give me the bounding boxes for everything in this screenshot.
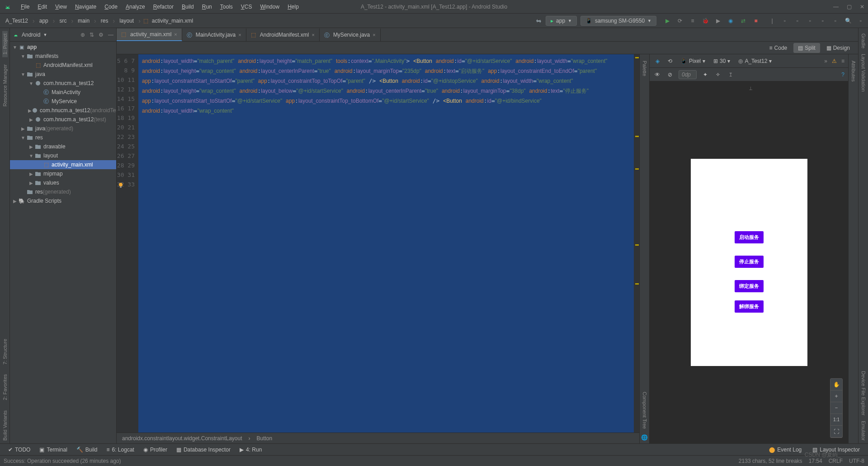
help-icon[interactable]: ? [841,71,844,78]
menu-view[interactable]: View [52,2,71,12]
editor-tab[interactable]: ⓒMainActivity.java× [182,29,246,41]
gutter[interactable]: 5 6 7 8 9 10 11 12 13 14 15 16 17 18 19 … [117,54,138,433]
close-tab-icon[interactable]: × [174,32,177,37]
tree-row[interactable]: ▶values [10,178,116,187]
close-button[interactable]: ✕ [860,4,864,10]
pan-icon[interactable]: ✋ [830,379,842,390]
breadcrumb-item[interactable]: app [38,17,50,25]
breadcrumb-item[interactable]: activity_main.xml [150,17,195,25]
default-margin-input[interactable]: 0dp [679,70,697,79]
menu-help[interactable]: Help [284,2,302,12]
gradle-scripts[interactable]: ▶🐘Gradle Scripts [10,196,116,205]
editor-tab[interactable]: ⬚activity_main.xml× [117,29,182,41]
menu-code[interactable]: Code [101,2,121,12]
tree-row[interactable]: ⬚activity_main.xml [10,160,116,169]
search-icon[interactable]: 🔍 [844,17,852,24]
palette-tab[interactable]: Palette [642,58,647,79]
clear-icon[interactable]: ✧ [714,71,722,79]
run-button[interactable]: ▶ [664,17,671,24]
breadcrumb-item[interactable]: src [57,17,68,25]
menu-navigate[interactable]: Navigate [71,2,100,12]
emulator-tab[interactable]: Emulator [861,418,866,443]
device-selector[interactable]: 📱samsung SM-G9550▼ [580,16,656,26]
code-view-button[interactable]: ≡ Code [765,43,792,53]
layout-inspector-icon[interactable]: ▫ [819,17,826,24]
eye-icon[interactable]: 👁 [653,71,661,79]
design-canvas[interactable]: ⟂ 启动服务 停止服务 绑定服务 解绑服务 ✋ ＋ － 1:1 ⛶ [650,81,848,443]
preview-button-bind[interactable]: 绑定服务 [735,280,764,292]
zoom-in-button[interactable]: ＋ [830,390,842,402]
menu-file[interactable]: File [17,2,33,12]
breadcrumb-item[interactable]: layout [118,17,136,25]
menu-build[interactable]: Build [178,2,198,12]
status-encoding[interactable]: UTF-8 [849,458,864,464]
attach-debugger-icon[interactable]: ⇄ [740,17,747,24]
target-icon[interactable]: ⊕ [80,32,85,38]
app-inspection-icon[interactable]: ▫ [832,17,839,24]
device-dropdown[interactable]: 📱 Pixel ▾ [679,57,707,65]
expand-icon[interactable]: » [824,58,827,64]
warning-icon[interactable]: ⚠ [832,58,837,64]
editor-tab[interactable]: ⓒMyService.java× [320,29,381,41]
sdk-manager-icon[interactable]: ▫ [794,17,801,24]
debug-button[interactable]: 🐞 [702,17,709,24]
preview-button-start[interactable]: 启动服务 [735,231,764,243]
menu-refactor[interactable]: Refactor [150,2,177,12]
wand-icon[interactable]: ✦ [701,71,709,79]
project-tree[interactable]: ▼▣app ▼manifests⬚AndroidManifest.xml▼jav… [10,42,116,443]
gear-icon[interactable]: ⚙ [99,32,104,38]
gradle-tab[interactable]: Gradle [861,31,866,51]
sync-icon[interactable] [535,17,542,24]
bottom-tool[interactable]: ≡6: Logcat [102,445,139,454]
tree-row[interactable]: ▶drawable [10,142,116,151]
favorites-tab[interactable]: 2: Favorites [2,371,8,403]
apply-changes-icon[interactable]: ⟳ [676,17,684,24]
code-editor[interactable]: android:layout_width="match_parent" andr… [138,54,634,433]
run-config-selector[interactable]: ▸app▼ [546,16,577,26]
bottom-tool[interactable]: ▶4: Run [235,445,266,454]
device-file-explorer-tab[interactable]: Device File Explorer [861,368,866,418]
bottom-tool[interactable]: 🔨Build [72,445,102,454]
tree-row[interactable]: ▼java [10,70,116,79]
tree-row[interactable]: ▼res [10,133,116,142]
collapse-icon[interactable]: ⇅ [90,32,94,38]
device-preview[interactable]: 启动服务 停止服务 绑定服务 解绑服务 [691,159,807,366]
editor-tab[interactable]: ⬚AndroidManifest.xml× [246,29,320,41]
component-tree-tab[interactable]: Component Tree [642,389,647,432]
menu-window[interactable]: Window [256,2,283,12]
structure-tab[interactable]: 7: Structure [2,336,8,367]
attributes-tab[interactable]: Attributes [851,58,856,84]
tree-row[interactable]: ▼com.hnucm.a_test12 [10,79,116,88]
tree-row[interactable]: ⓒMyService [10,97,116,106]
zoom-out-button[interactable]: － [830,402,842,414]
preview-button-unbind[interactable]: 解绑服务 [735,300,764,313]
project-tool-tab[interactable]: 1: Project [2,31,8,57]
globe-icon[interactable]: 🌐 [641,434,648,441]
menu-run[interactable]: Run [198,2,216,12]
tree-row[interactable]: ⓒMainActivity [10,88,116,97]
bottom-tool[interactable]: ▣Terminal [35,445,71,454]
tree-row[interactable]: ▼layout [10,151,116,160]
build-variants-tab[interactable]: Build Variants [2,408,8,443]
marker-bar[interactable] [634,54,639,433]
design-settings-icon[interactable]: ≡ [841,58,844,64]
preview-button-stop[interactable]: 停止服务 [735,256,764,268]
bottom-tool[interactable]: ◉Profiler [139,445,172,454]
stop-button[interactable]: ■ [752,17,760,24]
zoom-fit-button[interactable]: ⛶ [830,426,842,437]
bottom-tool[interactable]: ⬤Event Log [764,445,806,454]
tree-row[interactable]: ▶mipmap [10,169,116,178]
breadcrumb-item[interactable]: A_Test12 [4,17,30,25]
tree-row[interactable]: ▶com.hnucm.a_test12 (test) [10,115,116,124]
avd-manager-icon[interactable]: ▫ [781,17,788,24]
coverage-icon[interactable]: ▶ [714,17,722,24]
zoom-label[interactable]: 1:1 [830,414,842,426]
profile-button[interactable]: ◉ [727,17,734,24]
close-tab-icon[interactable]: × [311,32,314,38]
menu-analyze[interactable]: Analyze [122,2,149,12]
bottom-tool[interactable]: ▦Database Inspector [172,445,235,454]
close-tab-icon[interactable]: × [373,32,375,38]
bottom-tool[interactable]: ✔TODO [4,445,35,454]
guideline-icon[interactable]: 𝙸 [726,71,735,79]
breadcrumb-item[interactable]: res [99,17,110,25]
